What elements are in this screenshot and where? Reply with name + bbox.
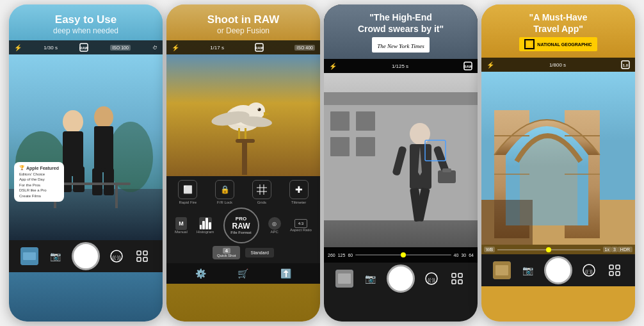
grid-icon-4[interactable] bbox=[606, 261, 624, 279]
controls-grid: ⬜ Rapid Fire 🔒 F/R Lock Grids ✚ Tiltmete… bbox=[170, 180, 316, 204]
nyt-badge: The New York Times bbox=[372, 37, 429, 53]
grids-control[interactable]: Grids bbox=[245, 180, 280, 204]
hdr-btn[interactable]: HDR bbox=[618, 247, 632, 252]
pro-raw-button[interactable]: PRO RAW File Format bbox=[223, 208, 259, 243]
wireless-icon-4[interactable]: ((·)) bbox=[580, 261, 598, 279]
svg-rect-24 bbox=[143, 257, 147, 261]
exp-label-4: 40 bbox=[454, 253, 459, 257]
shutter-button-4[interactable] bbox=[544, 256, 572, 284]
wireless-icon[interactable]: ((·)) bbox=[108, 247, 125, 265]
apc-label: APC bbox=[271, 230, 278, 234]
tiltmeter-label: Tiltmeter bbox=[291, 200, 306, 204]
screen3-title: "The High-End Crowd swears by it" bbox=[330, 12, 471, 35]
apple-featured-badge: 🏆 Apple Featured Editors' Choice App of … bbox=[14, 162, 64, 202]
shutter-speed-3: 1/125 s bbox=[392, 63, 408, 69]
iso-1: ISO 100 bbox=[110, 45, 131, 51]
zoom-control[interactable]: 1x bbox=[603, 247, 611, 252]
screen2-title: Shoot in RAW bbox=[173, 13, 314, 26]
histogram-mode[interactable]: Histogram bbox=[197, 217, 214, 234]
screen1-title: Easy to Use bbox=[15, 13, 156, 26]
svg-rect-22 bbox=[143, 251, 147, 255]
svg-rect-69 bbox=[452, 280, 456, 284]
wireless-icon-3[interactable]: ((·)) bbox=[423, 270, 440, 288]
screen4-header: "A Must-Have Travel App" NATIONAL GEOGRA… bbox=[481, 4, 635, 58]
camera-top-bar-4: ⚡ 1/800 s 1.0 bbox=[481, 58, 635, 72]
screen3: "The High-End Crowd swears by it" The Ne… bbox=[324, 4, 478, 322]
svg-rect-52 bbox=[356, 137, 375, 156]
grid-controls-row: WB 1x 3 HDR bbox=[481, 245, 635, 254]
exposure-slider[interactable] bbox=[355, 254, 451, 256]
svg-text:((·)): ((·)) bbox=[585, 269, 592, 274]
flash-indicator-2: ⚡ bbox=[172, 44, 179, 51]
aspect-ratio-mode[interactable]: 4:3 Aspect Ratio bbox=[290, 219, 312, 232]
camera-mode-icon[interactable]: 📷 bbox=[46, 247, 64, 265]
exposure-bar: 260 125 60 40 30 64 bbox=[324, 247, 478, 263]
svg-rect-91 bbox=[616, 272, 620, 275]
camera-mode-icon-3[interactable]: 📷 bbox=[361, 270, 379, 288]
quick-shot-label: Quick Shot bbox=[217, 254, 236, 257]
shutter-button-3[interactable] bbox=[387, 265, 415, 293]
aspect-label: Aspect Ratio bbox=[290, 228, 312, 232]
share-icon[interactable]: ⬆️ bbox=[280, 268, 291, 279]
grids-label: Grids bbox=[257, 200, 266, 204]
rapid-fire-control[interactable]: ⬜ Rapid Fire bbox=[170, 180, 205, 204]
svg-point-32 bbox=[258, 108, 261, 111]
svg-marker-79 bbox=[481, 200, 533, 245]
seagull-photo bbox=[166, 54, 320, 176]
focus-slider[interactable] bbox=[497, 249, 600, 250]
screenshots-container: Easy to Use deep when needed ⚡ 1/30 s RA… bbox=[0, 0, 644, 326]
thumbnail-1[interactable] bbox=[20, 247, 38, 265]
screen4-title: "A Must-Have Travel App" bbox=[488, 12, 629, 35]
svg-rect-89 bbox=[616, 265, 620, 269]
raw-indicator-1: RAW bbox=[79, 43, 88, 52]
iso-2: ISO 400 bbox=[294, 45, 315, 51]
raw-controls: ⬜ Rapid Fire 🔒 F/R Lock Grids ✚ Tiltmete… bbox=[166, 176, 320, 263]
svg-rect-13 bbox=[104, 168, 114, 195]
wb-control[interactable]: WB bbox=[484, 247, 495, 252]
raw-indicator-4: 1.0 bbox=[621, 60, 630, 69]
screen1-subtitle: deep when needed bbox=[15, 26, 156, 35]
svg-text:1.0: 1.0 bbox=[623, 63, 629, 67]
fr-lock-control[interactable]: 🔒 F/R Lock bbox=[207, 180, 243, 204]
people-photo bbox=[9, 54, 163, 240]
standard-btn[interactable]: Standard bbox=[245, 248, 273, 257]
natgeo-logo-rect bbox=[524, 39, 535, 49]
shutter-button-1[interactable] bbox=[72, 242, 100, 270]
bw-photo bbox=[324, 73, 478, 247]
flash-indicator-3: ⚡ bbox=[329, 63, 337, 70]
camera-mode-icon-4[interactable]: 📷 bbox=[519, 261, 536, 279]
screen2-header: Shoot in RAW or Deep Fusion bbox=[166, 4, 320, 40]
quick-shot-btn[interactable]: 4 Quick Shot bbox=[213, 246, 240, 259]
svg-text:RAW: RAW bbox=[255, 46, 264, 50]
thumbnail-4[interactable] bbox=[493, 261, 511, 279]
flash-indicator: ⚡ bbox=[14, 44, 22, 51]
ev-control[interactable]: 3 bbox=[611, 247, 618, 252]
tiltmeter-control[interactable]: ✚ Tiltmeter bbox=[281, 180, 316, 204]
laurel-icon: 🏆 bbox=[19, 165, 25, 170]
svg-rect-12 bbox=[92, 168, 102, 195]
cart-icon[interactable]: 🛒 bbox=[237, 268, 248, 279]
camera-top-bar-3: ⚡ 1/125 s RAW bbox=[324, 59, 478, 73]
svg-point-6 bbox=[63, 110, 83, 133]
format-options-row: 4 Quick Shot Standard bbox=[170, 246, 316, 259]
exp-label-6: 64 bbox=[469, 253, 474, 257]
svg-text:((·)): ((·)) bbox=[428, 277, 435, 282]
svg-rect-61 bbox=[442, 168, 451, 172]
natgeo-text: NATIONAL GEOGRAPHIC bbox=[537, 42, 592, 47]
thumbnail-3[interactable] bbox=[335, 270, 353, 288]
exp-label-5: 30 bbox=[461, 253, 466, 257]
svg-rect-71 bbox=[526, 40, 533, 48]
svg-text:RAW: RAW bbox=[463, 65, 472, 69]
screen2: Shoot in RAW or Deep Fusion ⚡ 1/17 s RAW… bbox=[166, 4, 320, 322]
grid-icon-3[interactable] bbox=[448, 270, 466, 288]
svg-point-53 bbox=[410, 123, 430, 145]
grid-icon[interactable] bbox=[133, 247, 151, 265]
apc-mode[interactable]: ◎ APC bbox=[268, 217, 281, 234]
svg-rect-11 bbox=[94, 126, 113, 172]
settings-icon[interactable]: ⚙️ bbox=[195, 268, 206, 279]
manual-mode[interactable]: M Manual bbox=[175, 217, 188, 234]
nyt-text: The New York Times bbox=[377, 43, 424, 49]
svg-rect-16 bbox=[115, 183, 118, 208]
svg-rect-21 bbox=[137, 251, 141, 255]
flash-icon: ⚡ bbox=[14, 44, 22, 51]
